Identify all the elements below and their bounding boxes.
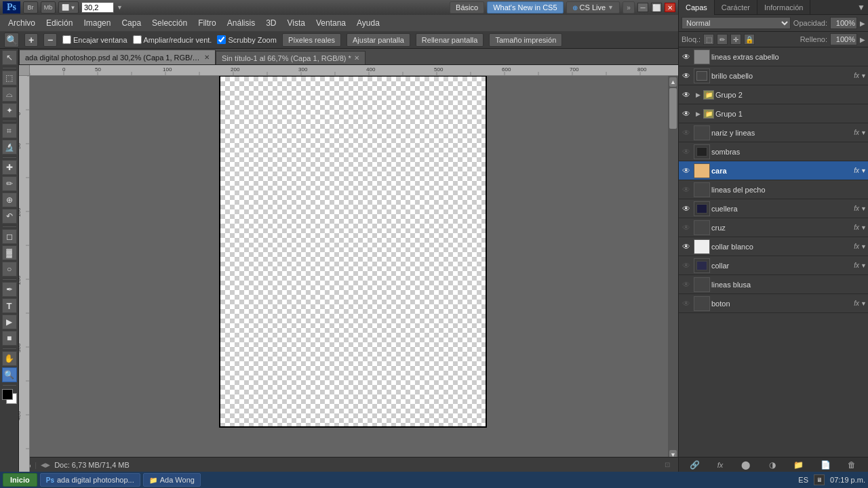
scroll-v[interactable]: ▲ ▼ [668, 76, 678, 461]
dodge-tool[interactable]: ○ [2, 262, 17, 277]
hand-tool[interactable]: ✋ [2, 351, 17, 366]
menu-filtro[interactable]: Filtro [193, 17, 222, 29]
lasso-tool[interactable]: ⌓ [2, 87, 17, 102]
scrubby-checkbox-label[interactable]: Scrubby Zoom [217, 35, 277, 44]
minimize-btn[interactable]: ─ [637, 3, 648, 12]
tamano-impresion-btn[interactable]: Tamaño impresión [489, 33, 562, 47]
marquee-tool[interactable]: ⬚ [2, 70, 17, 85]
link-layers-btn[interactable]: 🔗 [689, 459, 701, 471]
menu-vista[interactable]: Vista [282, 17, 311, 29]
layer-expand-btn[interactable]: ▶ [694, 91, 702, 99]
eraser-tool[interactable]: ◻ [2, 229, 17, 244]
layer-fx-arrow[interactable]: ▼ [861, 205, 867, 212]
lock-all-btn[interactable]: 🔒 [744, 34, 755, 45]
tab-capas[interactable]: Capas [679, 0, 715, 15]
scrubby-checkbox[interactable] [217, 35, 226, 44]
layer-fx-arrow[interactable]: ▼ [861, 262, 867, 269]
encajar-checkbox-label[interactable]: Encajar ventana [62, 35, 127, 44]
layer-vis-icon[interactable]: 👁 [680, 165, 692, 177]
layer-vis-icon[interactable]: 👁 [680, 51, 692, 63]
layer-vis-icon[interactable]: 👁 [680, 298, 692, 310]
layer-vis-icon[interactable]: 👁 [680, 260, 692, 272]
layer-vis-icon[interactable]: 👁 [680, 184, 692, 196]
expand-panels-btn[interactable]: » [623, 1, 635, 14]
tab-1[interactable]: ada digital photoshop.psd al 30,2% (Capa… [19, 49, 216, 64]
text-tool[interactable]: T [2, 298, 17, 313]
layer-cara[interactable]: 👁 cara fx ▼ [679, 161, 868, 180]
tab-caracter[interactable]: Carácter [715, 0, 757, 15]
layer-cuellera[interactable]: 👁 cuellera fx ▼ [679, 199, 868, 218]
layer-lineas-pecho[interactable]: 👁 lineas del pecho [679, 180, 868, 199]
gradient-tool[interactable]: ▓ [2, 245, 17, 260]
pen-tool[interactable]: ✒ [2, 282, 17, 297]
adjustment-layer-btn[interactable]: ◑ [766, 459, 778, 471]
tab-2-close[interactable]: ✕ [354, 54, 359, 62]
layer-vis-icon[interactable]: 👁 [680, 108, 692, 120]
menu-imagen[interactable]: Imagen [78, 17, 116, 29]
new-layer-btn[interactable]: 📄 [819, 459, 831, 471]
layer-collar[interactable]: 👁 collar fx ▼ [679, 256, 868, 275]
history-brush-tool[interactable]: ↶ [2, 209, 17, 224]
taskbar-ps-btn[interactable]: Ps ada digital photoshop... [40, 473, 140, 487]
layer-cruz[interactable]: 👁 cruz fx ▼ [679, 218, 868, 237]
lock-transparent-btn[interactable]: ⬚ [703, 34, 714, 45]
shape-tool[interactable]: ■ [2, 331, 17, 346]
status-arrows[interactable]: ◀▶ [41, 462, 50, 468]
menu-edicion[interactable]: Edición [41, 17, 78, 29]
fill-arrow[interactable]: ▶ [860, 36, 865, 43]
layer-vis-icon[interactable]: 👁 [680, 279, 692, 291]
zoom-out-btn[interactable]: − [43, 33, 57, 47]
ampliar-checkbox[interactable] [133, 35, 142, 44]
close-btn[interactable]: ✕ [665, 3, 675, 12]
ampliar-checkbox-label[interactable]: Ampliar/reducir vent. [133, 35, 212, 44]
lock-position-btn[interactable]: ✛ [730, 34, 741, 45]
screen-mode-dropdown[interactable]: ⬜▼ [58, 1, 79, 14]
opacity-arrow[interactable]: ▶ [860, 20, 865, 27]
opacity-input[interactable] [830, 17, 857, 29]
new-group-btn[interactable]: 📁 [793, 459, 805, 471]
layer-fx-arrow[interactable]: ▼ [861, 243, 867, 250]
whats-new-btn[interactable]: What's New in CS5 [487, 1, 563, 14]
zoom-in-btn[interactable]: + [24, 33, 38, 47]
restore-btn[interactable]: ⬜ [651, 3, 662, 12]
layer-vis-icon[interactable]: 👁 [680, 241, 692, 253]
tab-informacion[interactable]: Información [757, 0, 810, 15]
layer-fx-arrow[interactable]: ▼ [861, 167, 867, 174]
path-select-tool[interactable]: ▶ [2, 314, 17, 329]
delete-layer-btn[interactable]: 🗑 [846, 459, 858, 471]
layer-sombras[interactable]: 👁 sombras [679, 142, 868, 161]
bridge-btn[interactable]: Br [23, 1, 38, 14]
layer-fx-arrow[interactable]: ▼ [861, 73, 867, 79]
eyedropper-tool[interactable]: 🔬 [2, 140, 17, 155]
tab-2[interactable]: Sin título-1 al 66,7% (Capa 1, RGB/8) * … [216, 51, 366, 64]
layer-nariz-lineas[interactable]: 👁 nariz y lineas fx ▼ [679, 123, 868, 142]
layer-grupo-2[interactable]: 👁 ▶ 📁 Grupo 2 [679, 85, 868, 104]
add-mask-btn[interactable]: ⬤ [740, 459, 752, 471]
panel-collapse-btn[interactable]: ▼ [854, 0, 868, 15]
menu-ayuda[interactable]: Ayuda [351, 17, 385, 29]
layer-vis-icon[interactable]: 👁 [680, 146, 692, 158]
layer-fx-arrow[interactable]: ▼ [861, 129, 867, 136]
brush-tool[interactable]: ✏ [2, 176, 17, 191]
layer-collar-blanco[interactable]: 👁 collar blanco fx ▼ [679, 237, 868, 256]
lock-image-btn[interactable]: ✏ [717, 34, 728, 45]
basico-btn[interactable]: Básico [450, 1, 484, 14]
tab-1-close[interactable]: ✕ [204, 54, 210, 61]
layer-vis-icon[interactable]: 👁 [680, 89, 692, 101]
layer-fx-arrow[interactable]: ▼ [861, 224, 867, 231]
layer-vis-icon[interactable]: 👁 [680, 203, 692, 215]
canvas-resize-handle[interactable]: ⊡ [662, 460, 673, 470]
foreground-color[interactable] [2, 389, 13, 400]
pixeles-reales-btn[interactable]: Píxeles reales [282, 33, 341, 47]
encajar-checkbox[interactable] [62, 35, 71, 44]
rellenar-pantalla-btn[interactable]: Rellenar pantalla [416, 33, 484, 47]
heal-tool[interactable]: ✚ [2, 160, 17, 175]
layer-vis-icon[interactable]: 👁 [680, 70, 692, 82]
layer-vis-icon[interactable]: 👁 [680, 222, 692, 234]
menu-ventana[interactable]: Ventana [311, 17, 351, 29]
zoom-display[interactable]: 30,2 [81, 2, 114, 13]
mini-bridge-btn[interactable]: Mb [41, 1, 56, 14]
zoom-tool[interactable]: 🔍 [2, 367, 17, 382]
menu-3d[interactable]: 3D [260, 17, 281, 29]
blend-mode-select[interactable]: Normal [682, 17, 791, 29]
